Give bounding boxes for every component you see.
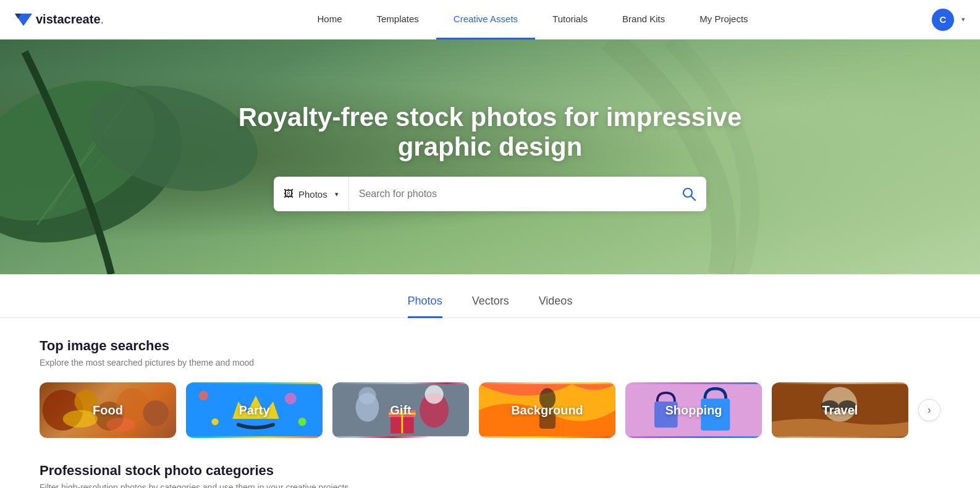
logo-text: vistacreate. xyxy=(36,12,104,27)
avatar-button[interactable]: C xyxy=(932,9,954,31)
category-shopping[interactable]: Shopping xyxy=(625,382,762,438)
top-searches-title: Top image searches xyxy=(40,338,940,354)
nav-right: C ▾ xyxy=(932,9,965,31)
search-type-chevron: ▾ xyxy=(335,190,339,198)
shopping-label: Shopping xyxy=(625,382,762,438)
tab-videos[interactable]: Videos xyxy=(539,295,573,318)
hero-content: Royalty-free stock photos for impressive… xyxy=(0,103,980,211)
categories-row: Food Party xyxy=(40,382,940,438)
logo-icon xyxy=(15,11,32,28)
travel-label: Travel xyxy=(772,382,908,438)
hero-title: Royalty-free stock photos for impressive… xyxy=(212,103,768,162)
nav-creative-assets[interactable]: Creative Assets xyxy=(436,0,535,40)
background-label: Background xyxy=(479,382,615,438)
professional-categories-section: Professional stock photo categories Filt… xyxy=(0,463,980,488)
professional-categories-title: Professional stock photo categories xyxy=(40,463,940,479)
top-searches-section: Top image searches Explore the most sear… xyxy=(0,338,980,463)
category-food[interactable]: Food xyxy=(40,382,176,438)
content-tabs: Photos Vectors Videos xyxy=(0,274,980,318)
search-input[interactable] xyxy=(349,177,672,211)
categories-next-button[interactable]: › xyxy=(918,399,940,421)
photo-type-icon: 🖼 xyxy=(284,188,294,200)
search-button[interactable] xyxy=(672,177,706,211)
category-gift[interactable]: Gift xyxy=(332,382,469,438)
category-travel[interactable]: Travel xyxy=(772,382,908,438)
avatar-dropdown-icon[interactable]: ▾ xyxy=(961,15,965,23)
svg-line-9 xyxy=(691,196,696,201)
search-type-button[interactable]: 🖼 Photos ▾ xyxy=(274,177,349,211)
nav-templates[interactable]: Templates xyxy=(359,0,436,40)
tab-vectors[interactable]: Vectors xyxy=(472,295,509,318)
tab-photos[interactable]: Photos xyxy=(408,295,442,318)
nav-home[interactable]: Home xyxy=(300,0,359,40)
nav-my-projects[interactable]: My Projects xyxy=(682,0,765,40)
nav-tutorials[interactable]: Tutorials xyxy=(535,0,605,40)
category-background[interactable]: Background xyxy=(479,382,615,438)
nav-links: Home Templates Creative Assets Tutorials… xyxy=(133,0,932,40)
category-party[interactable]: Party xyxy=(186,382,323,438)
gift-label: Gift xyxy=(332,382,469,438)
food-label: Food xyxy=(40,382,176,438)
nav-brand-kits[interactable]: Brand Kits xyxy=(605,0,682,40)
search-type-label: Photos xyxy=(298,189,327,200)
search-icon xyxy=(682,187,696,201)
party-label: Party xyxy=(186,382,323,438)
top-searches-subtitle: Explore the most searched pictures by th… xyxy=(40,358,940,368)
hero-section: Royalty-free stock photos for impressive… xyxy=(0,40,980,274)
navbar: vistacreate. Home Templates Creative Ass… xyxy=(0,0,980,40)
professional-categories-subtitle: Filter high-resolution photos by categor… xyxy=(40,482,940,488)
logo[interactable]: vistacreate. xyxy=(15,11,104,28)
search-bar: 🖼 Photos ▾ xyxy=(274,177,706,211)
